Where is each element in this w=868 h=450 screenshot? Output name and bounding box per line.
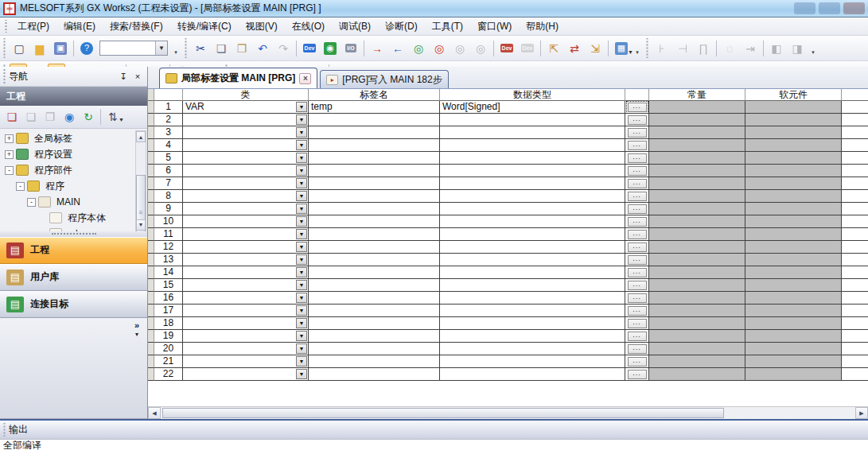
data-type-cell[interactable] [440,368,625,381]
data-type-detail-button[interactable]: ... [628,179,647,188]
expand-icon[interactable]: + [5,150,14,159]
data-type-cell[interactable] [440,343,625,355]
tree-item-program[interactable]: -程序 [0,178,147,194]
class-cell[interactable]: VAR▼ [183,101,309,114]
label-name-cell[interactable] [309,215,440,228]
class-dropdown-icon[interactable]: ▼ [296,318,307,328]
class-dropdown-icon[interactable]: ▼ [296,293,307,303]
class-cell[interactable]: ▼ [183,165,309,177]
collapse-icon[interactable]: - [27,198,36,207]
device-monitor-search-icon[interactable]: ◉ [321,39,340,58]
monitor-verify-green-icon[interactable]: ◎ [409,39,428,58]
configure-buttons-icon[interactable]: ▾ [135,331,138,338]
class-cell[interactable]: ▼ [183,254,309,266]
menu-item[interactable]: 帮助(H) [519,17,566,36]
monitor-mode-icon[interactable]: ▦▼ [612,39,631,58]
class-cell[interactable]: ▼ [183,317,309,330]
class-cell[interactable]: ▼ [183,266,309,279]
class-dropdown-icon[interactable]: ▼ [296,102,307,112]
data-type-detail-button[interactable]: ... [628,192,647,201]
data-type-detail-button[interactable]: ... [628,103,647,112]
menu-item[interactable]: 工具(T) [425,17,470,36]
class-cell[interactable]: ▼ [183,330,309,343]
data-type-cell[interactable] [440,190,625,203]
tab-prg-write-main[interactable]: ▸[PRG]写入 MAIN 182步 [320,70,448,88]
collapse-icon[interactable]: - [16,182,25,191]
class-dropdown-icon[interactable]: ▼ [296,331,307,341]
function-block-select-combo[interactable]: ▼ [99,41,168,56]
label-name-cell[interactable] [309,305,440,317]
label-name-cell[interactable] [309,228,440,241]
class-cell[interactable]: ▼ [183,305,309,317]
tree-scrollbar[interactable]: ▲ ≡ ▼ [135,130,146,231]
data-type-cell[interactable] [440,241,625,254]
data-type-cell[interactable] [440,126,625,139]
data-type-detail-button[interactable]: ... [628,204,647,214]
menu-item[interactable]: 诊断(D) [378,17,425,36]
horizontal-scrollbar[interactable]: ◀ ▶ [148,406,868,419]
data-type-detail-button[interactable]: ... [628,128,647,138]
class-cell[interactable]: ▼ [183,203,309,215]
toolbar-overflow-icon[interactable]: ▾ [633,40,641,57]
label-name-cell[interactable] [309,343,440,355]
tree-item-pou[interactable]: -程序部件 [0,162,147,178]
tree-item-sd[interactable]: sd [0,226,147,231]
class-dropdown-icon[interactable]: ▼ [296,267,307,277]
class-dropdown-icon[interactable]: ▼ [296,229,307,239]
data-type-detail-button[interactable]: ... [628,319,647,328]
io-search-icon[interactable]: I/O [341,39,360,58]
menu-item[interactable]: 搜索/替换(F) [103,17,170,36]
close-tab-icon[interactable]: × [299,73,311,84]
window-jump-forward-icon[interactable]: ⇲ [586,39,605,58]
menu-item[interactable]: 在线(O) [285,17,332,36]
scroll-left-icon[interactable]: ◀ [148,407,161,419]
toolbar-overflow-icon[interactable]: ▾ [172,40,180,57]
device-display-red-icon[interactable]: Dev [497,39,516,58]
class-cell[interactable]: ▼ [183,190,309,203]
column-header[interactable]: 类 [183,89,309,101]
new-project-icon[interactable]: ▢ [10,39,29,58]
class-dropdown-icon[interactable]: ▼ [296,242,307,252]
class-cell[interactable]: ▼ [183,368,309,381]
class-dropdown-icon[interactable]: ▼ [296,305,307,316]
column-header[interactable]: 软元件 [745,89,842,101]
scroll-up-icon[interactable]: ▲ [136,131,146,142]
data-type-detail-button[interactable]: ... [628,268,647,277]
data-type-cell[interactable] [440,317,625,330]
help-icon[interactable]: ? [77,39,96,58]
class-dropdown-icon[interactable]: ▼ [296,369,307,379]
window-switch-icon[interactable]: ⇄ [565,39,584,58]
toolbar-grip[interactable] [645,38,649,58]
tree-item-program-setting[interactable]: +程序设置 [0,146,147,162]
label-name-cell[interactable] [309,139,440,152]
class-cell[interactable]: ▼ [183,228,309,241]
data-type-detail-button[interactable]: ... [628,357,647,367]
class-cell[interactable]: ▼ [183,343,309,355]
data-type-detail-button[interactable]: ... [628,115,647,125]
scroll-right-icon[interactable]: ▶ [855,407,868,419]
toolbar-grip[interactable] [184,38,188,58]
menu-item[interactable]: 视图(V) [239,17,285,36]
data-type-cell[interactable]: Word[Signed] [440,101,625,114]
data-type-detail-button[interactable]: ... [628,306,647,316]
refresh-view-icon[interactable]: ↻ [80,108,97,126]
menu-item[interactable]: 转换/编译(C) [170,17,239,36]
data-type-detail-button[interactable]: ... [628,217,647,227]
data-type-detail-button[interactable]: ... [628,281,647,290]
class-cell[interactable]: ▼ [183,355,309,368]
label-name-cell[interactable] [309,165,440,177]
window-jump-back-icon[interactable]: ⇱ [544,39,563,58]
save-project-icon[interactable]: ▣ [51,39,70,58]
nav-splitter[interactable] [0,231,147,237]
data-type-cell[interactable] [440,279,625,292]
close-panel-icon[interactable]: × [131,70,144,83]
label-name-cell[interactable] [309,330,440,343]
collapse-icon[interactable]: - [5,166,14,175]
read-from-plc-icon[interactable]: ← [388,39,407,58]
label-name-cell[interactable] [309,126,440,139]
column-header[interactable]: 常量 [649,89,745,101]
data-type-cell[interactable] [440,177,625,190]
tree-item-main[interactable]: -MAIN [0,194,147,210]
class-cell[interactable]: ▼ [183,126,309,139]
data-type-cell[interactable] [440,203,625,215]
